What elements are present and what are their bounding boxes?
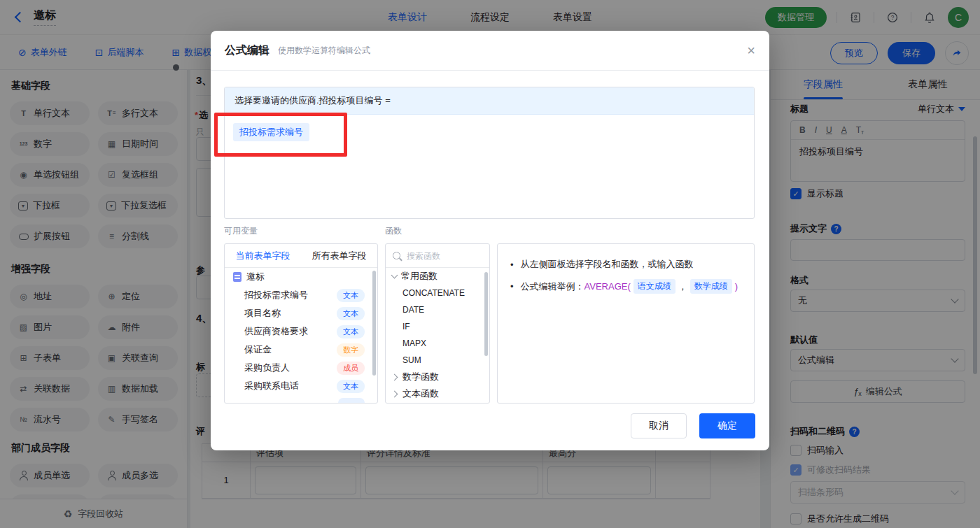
cancel-button[interactable]: 取消 (631, 413, 687, 438)
example-function-open: AVERAGE( (584, 281, 631, 292)
function-search (386, 244, 489, 268)
variable-item[interactable]: 项目名称 文本 (225, 304, 377, 322)
type-badge: 文本 (337, 325, 365, 338)
search-icon (393, 252, 400, 259)
example-field-chip: 语文成绩 (634, 279, 676, 294)
variable-name: 保证金 (244, 343, 272, 356)
variable-item[interactable]: 保证金 数字 (225, 341, 377, 359)
variable-tree-root[interactable]: 邀标 (225, 268, 377, 286)
function-group-label: 文本函数 (402, 387, 439, 400)
example-function-close: ) (735, 281, 738, 292)
variable-name: 项目名称 (244, 307, 281, 320)
example-comma: ， (678, 280, 687, 293)
functions-panel: 常用函数 CONCATENATE DATE IF MAPX SUM 数学函数 文… (385, 243, 490, 404)
formula-edit-modal: 公式编辑 使用数学运算符编辑公式 × 选择要邀请的供应商.招投标项目编号 = 招… (211, 31, 769, 450)
variable-name: 供应商资格要求 (244, 325, 308, 338)
function-item[interactable]: MAPX (386, 335, 489, 352)
form-doc-icon (233, 272, 241, 282)
annotation-red-box (214, 113, 347, 157)
tab-current-form-fields[interactable]: 当前表单字段 (236, 250, 290, 262)
function-item[interactable]: SUM (386, 352, 489, 369)
function-item[interactable]: CONCATENATE (386, 285, 489, 301)
formula-hints-panel: 从左侧面板选择字段名和函数，或输入函数 公式编辑举例： AVERAGE( 语文成… (497, 243, 755, 404)
variable-item[interactable]: 招投标需求编号 文本 (225, 286, 377, 304)
variable-root-label: 邀标 (246, 271, 265, 283)
clipped-badge (338, 398, 365, 403)
modal-subtitle: 使用数学运算符编辑公式 (278, 45, 370, 57)
close-icon[interactable]: × (747, 43, 755, 57)
function-group-common[interactable]: 常用函数 (386, 268, 489, 285)
formula-target-text: 选择要邀请的供应商.招投标项目编号 = (234, 94, 391, 107)
hint-example-prefix: 公式编辑举例： (521, 280, 584, 293)
tab-all-form-fields[interactable]: 所有表单字段 (312, 250, 367, 262)
variable-name: 采购联系电话 (244, 380, 299, 392)
hint-line-1: 从左侧面板选择字段名和函数，或输入函数 (510, 258, 741, 271)
variable-name: 招投标需求编号 (244, 289, 308, 301)
function-item[interactable]: DATE (386, 301, 489, 318)
formula-target-bar: 选择要邀请的供应商.招投标项目编号 = (225, 87, 754, 115)
type-badge: 数字 (337, 343, 365, 357)
type-badge: 文本 (337, 289, 365, 302)
modal-header: 公式编辑 使用数学运算符编辑公式 × (211, 31, 769, 71)
functions-label: 函数 (385, 225, 402, 237)
function-group-label: 数学函数 (402, 371, 439, 383)
variables-tabs: 当前表单字段 所有表单字段 (225, 244, 377, 268)
variable-item[interactable]: 供应商资格要求 文本 (225, 322, 377, 341)
modal-title: 公式编辑 (225, 43, 270, 58)
confirm-button[interactable]: 确定 (699, 413, 755, 438)
chevron-right-icon (391, 390, 398, 397)
hint-line-2: 公式编辑举例： AVERAGE( 语文成绩 ， 数学成绩 ) (510, 279, 741, 294)
variable-item[interactable]: 采购联系电话 文本 (225, 377, 377, 395)
variable-name: 采购负责人 (244, 362, 290, 374)
type-badge: 文本 (337, 380, 365, 393)
function-group-math[interactable]: 数学函数 (386, 369, 489, 385)
type-badge: 文本 (337, 307, 365, 320)
function-item[interactable]: IF (386, 318, 489, 335)
function-group-text[interactable]: 文本函数 (386, 385, 489, 402)
function-group-label: 常用函数 (401, 270, 438, 283)
type-badge: 成员 (337, 362, 365, 375)
variables-label: 可用变量 (224, 225, 258, 237)
chevron-down-icon (391, 271, 398, 278)
app-root: 邀标 表单设计 流程设定 表单设置 数据管理 ? C ⊘ 表单外链 (0, 0, 980, 528)
variable-item[interactable]: 采购负责人 成员 (225, 359, 377, 377)
variables-scrollbar[interactable] (372, 271, 376, 376)
functions-scrollbar[interactable] (484, 272, 488, 356)
function-search-input[interactable] (405, 250, 478, 262)
example-field-chip: 数学成绩 (690, 279, 732, 294)
chevron-right-icon (391, 373, 398, 380)
variables-panel: 当前表单字段 所有表单字段 邀标 招投标需求编号 文本 项目名称 文本 供应商资… (224, 243, 378, 404)
